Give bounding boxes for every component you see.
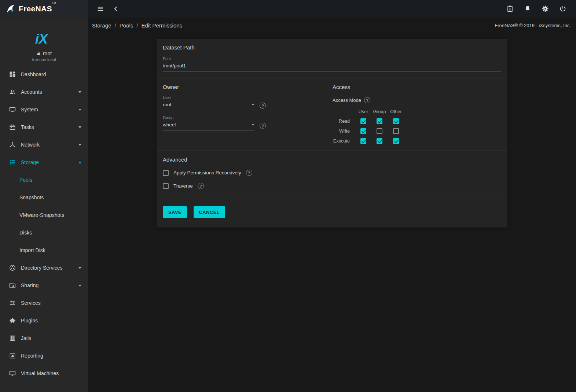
sidebar-item-import-disk[interactable]: Import Disk [0, 241, 88, 259]
access-row-execute-label: Execute [333, 138, 355, 144]
user-field: User root [163, 95, 254, 110]
cancel-button[interactable]: CANCEL [194, 206, 225, 218]
write-group-checkbox[interactable] [377, 128, 382, 134]
svg-text:iX: iX [35, 32, 48, 47]
sidebar: iX root freenas.local Dashboard Accounts… [0, 18, 88, 392]
sidebar-item-label: Plugins [21, 318, 38, 323]
execute-other-checkbox[interactable] [393, 138, 399, 144]
breadcrumb-pools[interactable]: Pools [120, 22, 133, 29]
breadcrumb-edit-permissions: Edit Permissions [141, 22, 182, 29]
group-label: Group [163, 115, 254, 120]
dataset-path-section: Dataset Path Path /mnt/pool1 [157, 39, 507, 78]
sidebar-item-label: Network [21, 142, 40, 148]
advanced-title: Advanced [163, 156, 501, 163]
execute-user-checkbox[interactable] [360, 138, 366, 144]
access-title: Access [333, 84, 501, 90]
breadcrumb-storage[interactable]: Storage [92, 22, 111, 29]
path-field: Path /mnt/pool1 [163, 56, 501, 71]
chevron-left-icon[interactable] [111, 4, 120, 13]
sidebar-item-label: Tasks [21, 124, 34, 130]
read-user-checkbox[interactable] [360, 118, 366, 124]
group-help-icon[interactable] [260, 123, 266, 129]
sidebar-item-vmware-snapshots[interactable]: VMware-Snapshots [0, 206, 88, 224]
sidebar-item-storage[interactable]: Storage [0, 154, 88, 171]
read-group-checkbox[interactable] [377, 118, 382, 124]
access-col-user: User [355, 109, 371, 114]
sidebar-item-label: Directory Services [21, 265, 63, 271]
write-user-checkbox[interactable] [360, 128, 366, 134]
execute-group-checkbox[interactable] [377, 138, 382, 144]
user-select[interactable]: root [163, 100, 254, 110]
notifications-icon[interactable] [523, 4, 532, 13]
chevron-down-icon [78, 267, 81, 269]
sidebar-item-directory-services[interactable]: Directory Services [0, 259, 88, 277]
chevron-down-icon [78, 144, 81, 146]
logged-in-user: root [0, 51, 88, 56]
ix-logo: iX [0, 30, 88, 48]
sidebar-item-reporting[interactable]: Reporting [0, 347, 88, 365]
network-hub-icon [9, 141, 16, 148]
assignment-icon[interactable] [506, 4, 514, 13]
advanced-section: Advanced Apply Permissions Recursively T… [157, 151, 507, 196]
access-mode-row: Access Mode [333, 97, 501, 103]
sidebar-item-label: Reporting [21, 353, 43, 359]
access-mode-help-icon[interactable] [364, 97, 370, 103]
breadcrumb-separator: / [136, 22, 138, 29]
access-mode-grid: User Group Other Read Write Execute [333, 109, 501, 144]
topbar: FreeNASTM [0, 0, 576, 18]
sidebar-item-label: Virtual Machines [21, 370, 59, 376]
storage-list-icon [9, 159, 16, 166]
sidebar-item-tasks[interactable]: Tasks [0, 118, 88, 136]
chevron-down-icon [78, 285, 81, 286]
sidebar-item-label: Storage [21, 159, 39, 165]
traverse-row: Traverse [163, 183, 501, 189]
owner-title: Owner [163, 84, 333, 90]
chevron-down-icon [252, 104, 254, 106]
sidebar-item-services[interactable]: Services [0, 294, 88, 312]
puzzle-icon [9, 317, 16, 324]
freenas-fin-icon [4, 3, 17, 15]
form-actions: SAVE CANCEL [157, 196, 507, 228]
access-row-read-label: Read [333, 119, 355, 124]
menu-icon[interactable] [96, 4, 105, 13]
sidebar-item-pools[interactable]: Pools [0, 171, 88, 189]
user-label: User [163, 95, 254, 100]
traverse-checkbox[interactable] [163, 183, 169, 189]
path-input[interactable]: /mnt/pool1 [163, 62, 501, 71]
sidebar-item-virtual-machines[interactable]: Virtual Machines [0, 365, 88, 382]
brand-wordmark: FreeNASTM [19, 4, 56, 13]
save-button[interactable]: SAVE [163, 206, 187, 218]
sidebar-subitem-label: Snapshots [19, 195, 44, 200]
sidebar-item-accounts[interactable]: Accounts [0, 83, 88, 101]
apply-permissions-recursively-label: Apply Permissions Recursively [173, 170, 241, 175]
people-icon [9, 88, 16, 96]
main-content: Storage / Pools / Edit Permissions FreeN… [88, 18, 576, 392]
traverse-help-icon[interactable] [198, 183, 204, 189]
traverse-label: Traverse [173, 183, 193, 189]
power-icon[interactable] [558, 4, 567, 13]
group-select[interactable]: wheel [163, 121, 254, 130]
group-work-icon [9, 264, 16, 271]
apply-recursively-row: Apply Permissions Recursively [163, 170, 501, 176]
sidebar-item-jails[interactable]: Jails [0, 329, 88, 347]
sidebar-item-network[interactable]: Network [0, 136, 88, 154]
sidebar-item-disks[interactable]: Disks [0, 224, 88, 241]
sidebar-item-dashboard[interactable]: Dashboard [0, 66, 88, 83]
sidebar-subitem-label: Disks [19, 230, 32, 236]
sidebar-item-label: System [21, 107, 38, 112]
write-other-checkbox[interactable] [393, 128, 399, 134]
path-label: Path [163, 56, 501, 61]
apply-permissions-recursively-checkbox[interactable] [163, 170, 169, 176]
sidebar-item-sharing[interactable]: Sharing [0, 277, 88, 294]
user-help-icon[interactable] [260, 103, 266, 109]
read-other-checkbox[interactable] [393, 118, 399, 124]
settings-icon[interactable] [541, 4, 550, 13]
copyright-text: FreeNAS® © 2019 - iXsystems, Inc. [495, 23, 571, 28]
apply-recursively-help-icon[interactable] [246, 170, 252, 176]
sidebar-item-system[interactable]: System [0, 101, 88, 118]
sidebar-item-plugins[interactable]: Plugins [0, 312, 88, 329]
sidebar-item-snapshots[interactable]: Snapshots [0, 189, 88, 206]
chevron-down-icon [78, 91, 81, 93]
sidebar-subitem-label: Import Disk [19, 247, 45, 253]
access-row-write-label: Write [333, 129, 355, 134]
